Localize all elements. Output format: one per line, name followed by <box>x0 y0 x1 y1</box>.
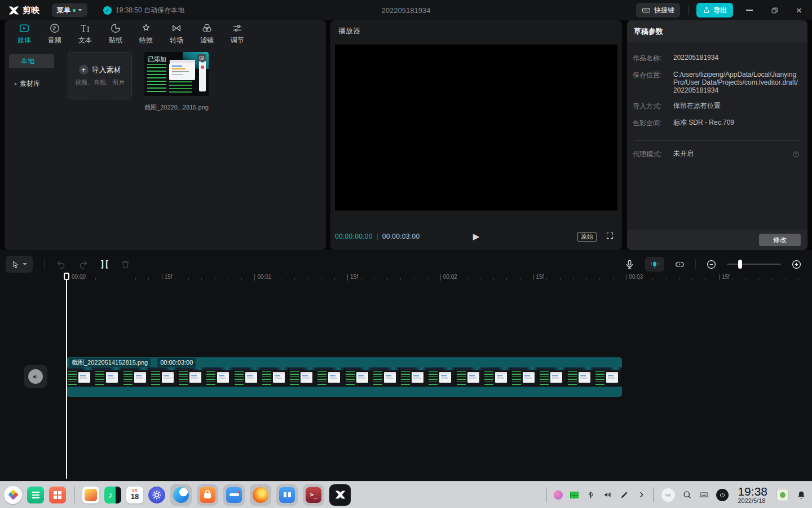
undo-button[interactable] <box>56 259 67 270</box>
taskbar: ♪5月18>_ 19:38 2022/5/18 <box>0 481 812 508</box>
tab-filter[interactable]: 滤镜 <box>192 23 222 45</box>
draft-row: 色彩空间:标准 SDR - Rec.709 <box>633 119 801 128</box>
draft-row-value: 标准 SDR - Rec.709 <box>673 119 801 128</box>
search-icon[interactable] <box>682 490 692 500</box>
photos-app-icon[interactable] <box>82 487 99 503</box>
input-method-icon[interactable] <box>570 492 579 498</box>
draft-row-value: 保留在原有位置 <box>673 102 801 111</box>
tab-transition[interactable]: 转场 <box>161 23 192 45</box>
music-app-icon[interactable]: ♪ <box>104 487 121 503</box>
zoom-out-button[interactable] <box>706 259 717 270</box>
app-indicator-icon[interactable] <box>554 491 563 500</box>
timeline-ruler[interactable]: 00:0015f00:0115f00:0215f00:0315f00:04 <box>0 273 812 282</box>
clip-duration: 00:00:03:00 <box>157 358 196 367</box>
jianying-app-icon[interactable] <box>329 484 351 506</box>
clip-thumbnails <box>67 367 622 387</box>
timeline-clip[interactable]: 截图_20220514152815.png 00:00:03:00 <box>67 357 622 397</box>
ruler-tick <box>586 278 587 280</box>
ruler-tick <box>228 278 228 280</box>
app-name: 剪映 <box>23 5 39 16</box>
control-center-app-icon[interactable] <box>148 487 165 503</box>
ruler-tick <box>122 278 122 280</box>
tab-adjust[interactable]: 调节 <box>222 23 253 45</box>
media-item[interactable]: 已添加 截图_20220...2815.png <box>144 52 209 112</box>
minimize-button[interactable] <box>741 2 758 19</box>
menu-button[interactable]: 菜单 <box>52 3 87 17</box>
tab-label: 媒体 <box>17 36 31 45</box>
titlebar: 剪映 菜单 ✓ 19:38:50 自动保存本地 202205181934 快捷键… <box>0 0 812 20</box>
ruler-tick <box>679 278 679 280</box>
close-button[interactable]: × <box>791 2 807 19</box>
play-button[interactable]: ▶ <box>473 231 480 242</box>
ruler-tick <box>321 278 321 280</box>
file-manager-app-icon[interactable] <box>27 487 44 503</box>
video-preview <box>335 45 617 211</box>
modify-button[interactable]: 修改 <box>759 234 801 246</box>
media-panel: 媒体音频文本贴纸特效转场滤镜调节 本地素材库 + 导入素材 视频、音频、图片 <box>5 20 326 250</box>
clock[interactable]: 19:38 2022/5/18 <box>738 485 767 504</box>
tab-sticker[interactable]: 贴纸 <box>100 23 131 45</box>
notes-app-icon[interactable] <box>276 484 298 506</box>
notifications-icon[interactable] <box>796 490 806 500</box>
help-icon[interactable] <box>792 150 800 160</box>
draft-row: 导入方式:保留在原有位置 <box>633 102 801 111</box>
ruler-tick <box>95 278 96 280</box>
app-grid-app-icon[interactable] <box>49 487 66 503</box>
volume-icon[interactable] <box>603 490 612 500</box>
picture-in-picture-icon[interactable] <box>197 54 206 62</box>
clip-thumbnail <box>122 367 150 387</box>
tab-media[interactable]: 媒体 <box>9 23 39 45</box>
onscreen-keyboard-icon[interactable] <box>699 490 709 500</box>
ruler-tick <box>82 278 83 280</box>
taskbar-apps: ♪5月18>_ <box>0 484 351 506</box>
zoom-slider-handle[interactable] <box>738 260 742 269</box>
usb-icon[interactable] <box>586 490 595 500</box>
auto-snap-toggle[interactable] <box>645 257 664 271</box>
ruler-tick <box>506 278 507 280</box>
power-icon[interactable] <box>716 489 729 501</box>
pen-icon[interactable] <box>620 490 629 500</box>
record-voiceover-button[interactable] <box>624 259 635 270</box>
calendar-app-icon[interactable]: 5月18 <box>126 487 143 503</box>
delete-button[interactable] <box>120 259 131 270</box>
clip-thumbnail <box>400 367 427 387</box>
ruler-tick <box>148 278 149 280</box>
screenshot-tool-icon[interactable] <box>776 489 789 501</box>
proxy-value: 未开启 <box>673 150 801 157</box>
tab-text[interactable]: 文本 <box>70 23 100 45</box>
restore-button[interactable] <box>766 2 783 19</box>
playhead-handle[interactable] <box>64 273 69 280</box>
timeline-toolbar-left: ][ <box>6 255 131 273</box>
expand-icon[interactable] <box>637 490 646 500</box>
redo-button[interactable] <box>78 259 89 270</box>
app-store-app-icon[interactable] <box>197 484 218 506</box>
select-tool-button[interactable] <box>6 256 33 273</box>
clip-thumbnail <box>205 367 233 387</box>
launcher-app-icon[interactable] <box>4 486 22 504</box>
terminal-app-icon[interactable]: >_ <box>303 484 324 506</box>
split-button[interactable]: ][ <box>100 259 109 269</box>
tab-effects[interactable]: 特效 <box>131 23 161 45</box>
voice-assistant-icon[interactable] <box>661 488 675 502</box>
timeline-zoom-slider[interactable] <box>727 260 781 269</box>
export-button[interactable]: 导出 <box>696 3 733 17</box>
shortcuts-button[interactable]: 快捷键 <box>636 3 680 17</box>
ruler-tick <box>613 278 614 280</box>
zoom-in-button[interactable] <box>791 259 802 270</box>
import-material-button[interactable]: + 导入素材 视频、音频、图片 <box>68 52 132 99</box>
preview-link-toggle[interactable] <box>674 259 685 270</box>
sidebar-item-library[interactable]: 素材库 <box>9 77 54 91</box>
track-mute-button[interactable] <box>24 365 47 388</box>
clip-thumbnail <box>261 367 289 387</box>
filter-icon <box>201 23 213 34</box>
firefox-app-icon[interactable] <box>250 484 271 506</box>
safe-box-app-icon[interactable] <box>223 484 245 506</box>
tray-separator <box>654 488 654 502</box>
sidebar-item-local[interactable]: 本地 <box>9 54 54 68</box>
chevron-down-icon <box>23 263 27 265</box>
quality-selector[interactable]: 原始 <box>577 232 597 242</box>
browser-app-icon[interactable] <box>170 484 192 506</box>
tab-audio[interactable]: 音频 <box>39 23 70 45</box>
fullscreen-icon[interactable] <box>606 231 614 242</box>
clip-thumbnail <box>483 367 511 387</box>
